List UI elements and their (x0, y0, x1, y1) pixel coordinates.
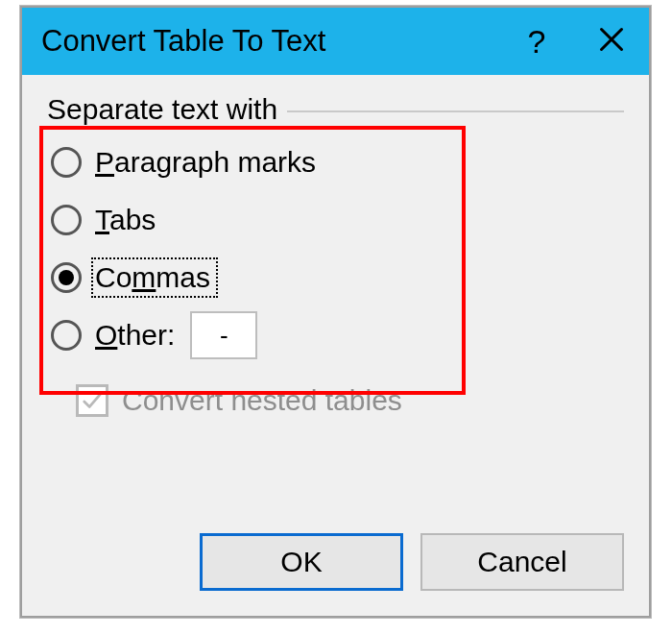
group-divider (287, 110, 624, 112)
radio-icon (51, 262, 82, 293)
other-label: Other: (95, 319, 175, 352)
ok-button-label: OK (280, 546, 322, 578)
other-separator-input[interactable] (190, 311, 257, 359)
help-icon: ? (528, 23, 546, 61)
help-button[interactable]: ? (499, 8, 574, 75)
checkbox-icon (76, 384, 108, 417)
tabs-option[interactable]: Tabs (51, 198, 624, 242)
convert-table-to-text-dialog: Convert Table To Text ? Separate text wi… (20, 6, 651, 618)
radio-icon (51, 320, 82, 351)
dialog-title: Convert Table To Text (41, 24, 325, 59)
paragraph-marks-option[interactable]: Paragraph marks (51, 140, 624, 184)
commas-option[interactable]: Commas (51, 256, 624, 300)
radio-icon (51, 147, 82, 178)
paragraph-marks-label: Paragraph marks (95, 146, 316, 179)
cancel-button[interactable]: Cancel (420, 533, 624, 591)
titlebar: Convert Table To Text ? (22, 8, 649, 75)
close-button[interactable] (574, 8, 649, 75)
convert-nested-tables-label: Convert nested tables (122, 384, 402, 417)
other-option[interactable]: Other: (51, 313, 624, 357)
separate-text-with-group: Separate text with Paragraph marks Tabs (47, 100, 624, 357)
group-label: Separate text with (47, 93, 287, 126)
radio-icon (51, 205, 82, 235)
close-icon (598, 23, 625, 61)
ok-button[interactable]: OK (200, 533, 403, 591)
tabs-label: Tabs (95, 204, 156, 236)
commas-label: Commas (95, 261, 210, 294)
convert-nested-tables-checkbox: Convert nested tables (76, 384, 624, 417)
cancel-button-label: Cancel (477, 546, 566, 578)
